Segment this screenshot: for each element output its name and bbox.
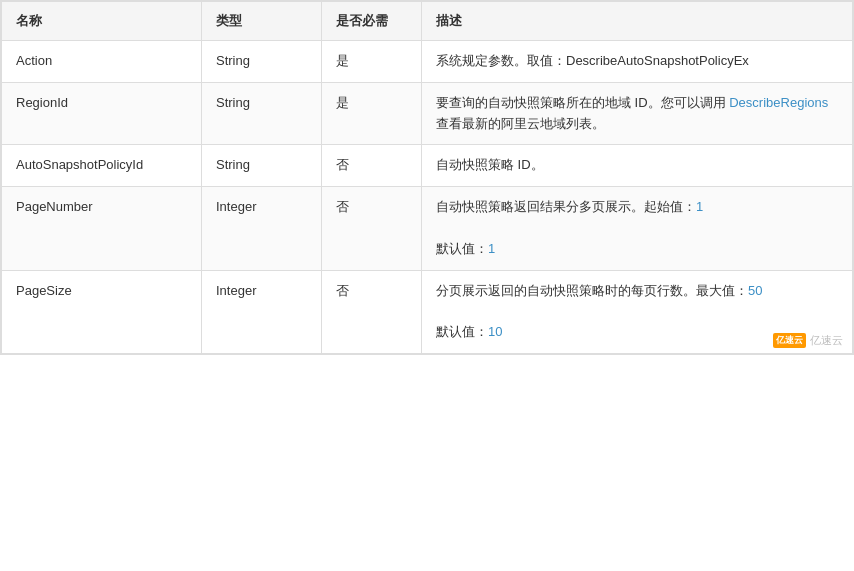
- cell-desc: 要查询的自动快照策略所在的地域 ID。您可以调用 DescribeRegions…: [422, 82, 853, 145]
- cell-type: Integer: [202, 270, 322, 353]
- table-row: AutoSnapshotPolicyId String 否 自动快照策略 ID。: [2, 145, 853, 187]
- cell-required: 否: [322, 187, 422, 270]
- cell-type: String: [202, 145, 322, 187]
- cell-type: String: [202, 41, 322, 83]
- cell-required: 是: [322, 82, 422, 145]
- desc-text: 系统规定参数。取值：DescribeAutoSnapshotPolicyEx: [436, 53, 749, 68]
- table-row: Action String 是 系统规定参数。取值：DescribeAutoSn…: [2, 41, 853, 83]
- api-params-table: 名称 类型 是否必需 描述 Action String 是 系统规定参数。取值：…: [0, 0, 854, 355]
- describe-regions-link[interactable]: DescribeRegions: [729, 95, 828, 110]
- cell-name: PageNumber: [2, 187, 202, 270]
- table-header-row: 名称 类型 是否必需 描述: [2, 2, 853, 41]
- table-row: RegionId String 是 要查询的自动快照策略所在的地域 ID。您可以…: [2, 82, 853, 145]
- table-row: PageNumber Integer 否 自动快照策略返回结果分多页展示。起始值…: [2, 187, 853, 270]
- cell-name: PageSize: [2, 270, 202, 353]
- desc-text: 自动快照策略 ID。: [436, 157, 544, 172]
- watermark-logo: 亿速云: [773, 333, 806, 348]
- cell-desc: 自动快照策略返回结果分多页展示。起始值：1 默认值：1: [422, 187, 853, 270]
- cell-desc: 自动快照策略 ID。: [422, 145, 853, 187]
- desc-line-2: 默认值：1: [436, 239, 838, 260]
- cell-type: Integer: [202, 187, 322, 270]
- header-desc: 描述: [422, 2, 853, 41]
- cell-desc: 系统规定参数。取值：DescribeAutoSnapshotPolicyEx: [422, 41, 853, 83]
- cell-type: String: [202, 82, 322, 145]
- highlight-value: 10: [488, 324, 502, 339]
- cell-required: 是: [322, 41, 422, 83]
- cell-name: Action: [2, 41, 202, 83]
- desc-line-1: 自动快照策略返回结果分多页展示。起始值：1: [436, 197, 838, 218]
- cell-name: RegionId: [2, 82, 202, 145]
- desc-line-1: 分页展示返回的自动快照策略时的每页行数。最大值：50: [436, 281, 838, 302]
- header-required: 是否必需: [322, 2, 422, 41]
- cell-required: 否: [322, 270, 422, 353]
- highlight-value: 1: [696, 199, 703, 214]
- table-row: PageSize Integer 否 分页展示返回的自动快照策略时的每页行数。最…: [2, 270, 853, 353]
- cell-name: AutoSnapshotPolicyId: [2, 145, 202, 187]
- watermark-text: 亿速云: [810, 333, 843, 348]
- highlight-value: 50: [748, 283, 762, 298]
- header-name: 名称: [2, 2, 202, 41]
- highlight-value: 1: [488, 241, 495, 256]
- desc-text-after: 查看最新的阿里云地域列表。: [436, 116, 605, 131]
- watermark: 亿速云 亿速云: [773, 333, 843, 348]
- header-type: 类型: [202, 2, 322, 41]
- cell-required: 否: [322, 145, 422, 187]
- desc-text: 要查询的自动快照策略所在的地域 ID。您可以调用: [436, 95, 729, 110]
